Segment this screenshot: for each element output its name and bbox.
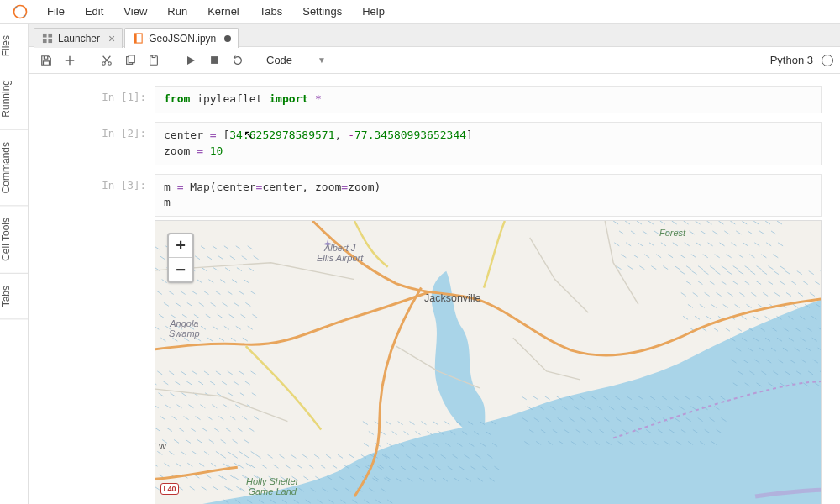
menu-edit[interactable]: Edit [75, 2, 113, 21]
highway-shield-icon: I 40 [160, 483, 179, 495]
svg-rect-12 [129, 55, 134, 62]
menu-run[interactable]: Run [157, 2, 197, 21]
sidebar-tab-running[interactable]: Running [0, 68, 28, 130]
cell-output: +−ForestJacksonvilleAlbert JEllis Airpor… [155, 220, 822, 504]
tab-launcher[interactable]: Launcher× [34, 28, 123, 48]
svg-point-2 [24, 14, 26, 17]
cell-body: m = Map(center=center, zoom=zoom) m +−Fo… [155, 174, 822, 504]
zoom-control: +− [167, 233, 194, 283]
map-label-holly: Holly ShelterGame Land [246, 476, 298, 496]
main-panel: Launcher×GeoJSON.ipyn Code ▼ Python 3 [29, 24, 840, 504]
kernel-name[interactable]: Python 3 [770, 54, 813, 66]
map-label-w: w [159, 441, 166, 453]
stop-button[interactable] [203, 50, 225, 71]
map-label-forest: Forest [659, 228, 685, 238]
menu-help[interactable]: Help [352, 2, 395, 21]
app-root: FileEditViewRunKernelTabsSettingsHelp Fi… [0, 0, 840, 504]
sidebar-tab-tabs[interactable]: Tabs [0, 274, 28, 319]
run-button[interactable] [180, 50, 202, 71]
sidebar-tab-cell-tools[interactable]: Cell Tools [0, 206, 28, 274]
zoom-in-button[interactable]: + [169, 234, 192, 258]
body: FilesRunningCommandsCell ToolsTabs Launc… [0, 24, 840, 504]
menu-file[interactable]: File [37, 2, 75, 21]
close-icon[interactable]: × [108, 32, 115, 45]
map-label-jacksonville: Jacksonville [424, 293, 480, 305]
notebook-icon [132, 33, 144, 45]
zoom-out-button[interactable]: − [169, 258, 192, 281]
svg-rect-15 [211, 56, 218, 64]
svg-rect-5 [42, 39, 46, 43]
code-input[interactable]: from ipyleaflet import * [155, 86, 822, 113]
copy-button[interactable] [119, 50, 141, 71]
cell-prompt: In [2]: [29, 122, 155, 165]
tab-strip: Launcher×GeoJSON.ipyn [29, 24, 840, 47]
menu-view[interactable]: View [113, 2, 157, 21]
kernel-indicator-icon[interactable] [822, 55, 833, 66]
launcher-icon [41, 33, 53, 45]
code-input[interactable]: center = [34.6252978589571, -77.34580993… [155, 122, 822, 165]
svg-rect-4 [48, 34, 52, 38]
svg-rect-6 [48, 39, 52, 43]
notebook-toolbar: Code ▼ Python 3 [29, 47, 840, 74]
add-cell-button[interactable] [59, 50, 81, 71]
svg-rect-3 [42, 34, 46, 38]
left-sidebar: FilesRunningCommandsCell ToolsTabs [0, 24, 29, 504]
cell[interactable]: In [1]:from ipyleaflet import * [29, 84, 840, 115]
restart-button[interactable] [227, 50, 249, 71]
notebook-area[interactable]: In [1]:from ipyleaflet import *In [2]:ce… [29, 74, 840, 504]
svg-rect-14 [152, 55, 155, 57]
cut-button[interactable] [96, 50, 118, 71]
paste-button[interactable] [143, 50, 165, 71]
chevron-down-icon: ▼ [318, 55, 326, 65]
sidebar-tab-commands[interactable]: Commands [0, 130, 28, 206]
cell-body: from ipyleaflet import * [155, 86, 822, 113]
cell[interactable]: In [2]:center = [34.6252978589571, -77.3… [29, 120, 840, 167]
jupyter-logo[interactable] [10, 2, 30, 22]
cell-type-label: Code [266, 54, 292, 66]
map-label-airport: Albert JEllis Airport [317, 243, 363, 263]
menu-settings[interactable]: Settings [292, 2, 352, 21]
tab-label: Launcher [58, 33, 100, 45]
cell[interactable]: In [3]:m = Map(center=center, zoom=zoom)… [29, 172, 840, 504]
map-label-angola: AngolaSwamp [169, 318, 200, 339]
cell-type-select[interactable]: Code ▼ [260, 51, 332, 69]
save-button[interactable] [35, 50, 57, 71]
menu-tabs[interactable]: Tabs [249, 2, 292, 21]
sidebar-tab-files[interactable]: Files [0, 24, 28, 68]
tab-geojson-ipyn[interactable]: GeoJSON.ipyn [124, 28, 239, 48]
menubar: FileEditViewRunKernelTabsSettingsHelp [0, 0, 840, 24]
leaflet-map[interactable]: +−ForestJacksonvilleAlbert JEllis Airpor… [155, 220, 822, 504]
code-input[interactable]: m = Map(center=center, zoom=zoom) m [155, 174, 822, 218]
cell-prompt: In [1]: [29, 86, 155, 113]
svg-rect-8 [134, 34, 137, 43]
menu-kernel[interactable]: Kernel [197, 2, 249, 21]
tab-label: GeoJSON.ipyn [149, 33, 216, 45]
dirty-indicator-icon [224, 35, 231, 42]
cell-prompt: In [3]: [29, 174, 155, 504]
svg-point-1 [15, 6, 18, 8]
cell-body: center = [34.6252978589571, -77.34580993… [155, 122, 822, 165]
